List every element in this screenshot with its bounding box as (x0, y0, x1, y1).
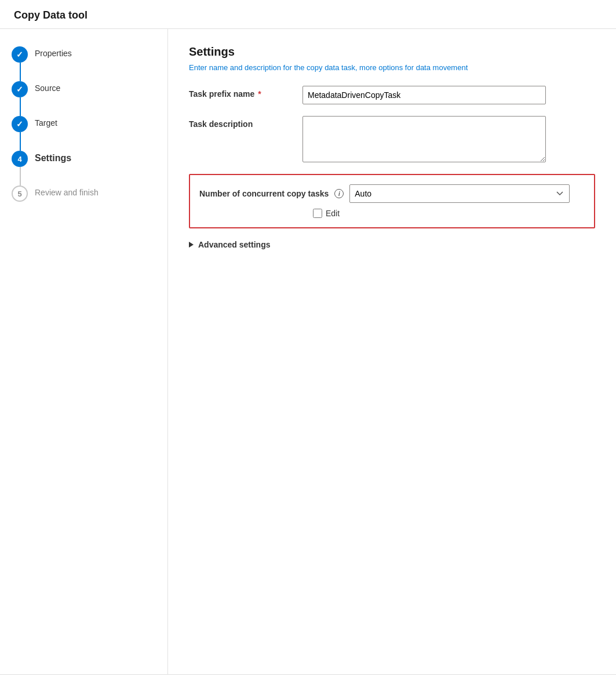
edit-checkbox[interactable] (313, 209, 322, 218)
checkmark-icon-1: ✓ (16, 50, 23, 59)
settings-title: Settings (189, 45, 595, 59)
task-description-label: Task description (189, 116, 293, 129)
sidebar-item-source[interactable]: ✓ Source (12, 81, 156, 116)
sidebar-item-properties[interactable]: ✓ Properties (12, 46, 156, 81)
step-label-target: Target (35, 116, 57, 128)
checkmark-icon-2: ✓ (16, 85, 23, 94)
sidebar-item-settings[interactable]: 4 Settings (12, 151, 156, 186)
step-circle-3: ✓ (12, 116, 28, 132)
step-connector-4 (20, 167, 21, 186)
concurrent-tasks-section: Number of concurrent copy tasks i Auto 1… (189, 174, 595, 228)
advanced-settings-toggle[interactable]: Advanced settings (189, 240, 595, 249)
step-circle-4: 4 (12, 151, 28, 167)
step-label-source: Source (35, 81, 60, 93)
step-number-4: 4 (17, 155, 21, 163)
page-header: Copy Data tool (0, 0, 616, 29)
edit-row: Edit (313, 209, 585, 218)
settings-subtitle: Enter name and description for the copy … (189, 63, 595, 72)
task-prefix-row: Task prefix name * (189, 86, 595, 104)
step-connector-1 (20, 63, 21, 81)
task-description-row: Task description (189, 116, 595, 162)
edit-label: Edit (326, 209, 340, 218)
step-label-review: Review and finish (35, 186, 99, 197)
task-prefix-input[interactable] (302, 86, 546, 104)
sidebar-item-target[interactable]: ✓ Target (12, 116, 156, 151)
triangle-expand-icon (189, 242, 194, 248)
step-circle-1: ✓ (12, 46, 28, 63)
main-layout: ✓ Properties ✓ Source ✓ Target 4 S (0, 29, 616, 674)
footer: Previous Next (0, 674, 616, 680)
content-area: Settings Enter name and description for … (168, 29, 616, 674)
required-star: * (256, 89, 261, 99)
page-title: Copy Data tool (14, 9, 602, 21)
concurrent-tasks-label: Number of concurrent copy tasks (199, 189, 329, 198)
step-label-properties: Properties (35, 46, 72, 58)
step-circle-2: ✓ (12, 81, 28, 97)
step-connector-3 (20, 132, 21, 151)
concurrent-tasks-row: Number of concurrent copy tasks i Auto 1… (199, 184, 585, 203)
step-connector-2 (20, 97, 21, 116)
task-prefix-label: Task prefix name * (189, 86, 293, 99)
sidebar-item-review[interactable]: 5 Review and finish (12, 186, 156, 202)
task-description-input[interactable] (302, 116, 546, 162)
checkmark-icon-3: ✓ (16, 119, 23, 129)
step-number-5: 5 (17, 190, 21, 198)
sidebar: ✓ Properties ✓ Source ✓ Target 4 S (0, 29, 168, 674)
info-icon[interactable]: i (334, 189, 344, 198)
concurrent-tasks-dropdown[interactable]: Auto 1 2 4 8 16 (349, 184, 570, 203)
step-label-settings: Settings (35, 151, 71, 163)
step-circle-5: 5 (12, 186, 28, 202)
advanced-settings-label: Advanced settings (198, 240, 270, 249)
